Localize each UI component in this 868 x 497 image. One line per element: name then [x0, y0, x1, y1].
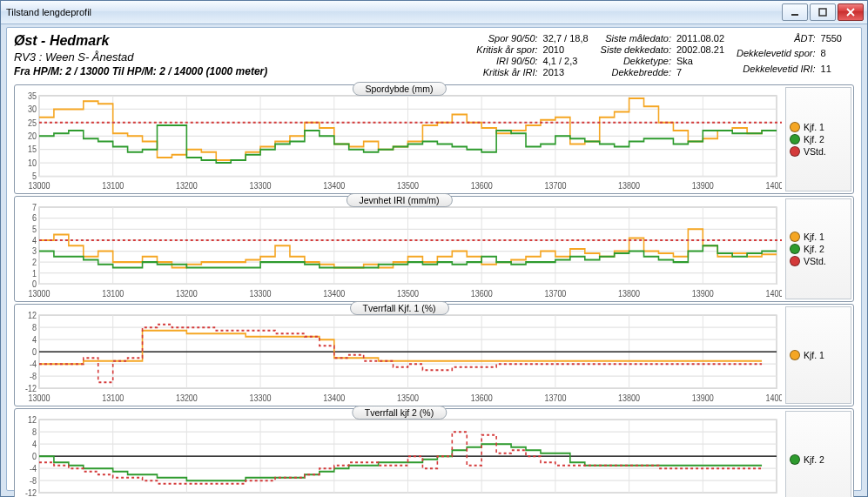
svg-text:13700: 13700	[544, 181, 566, 191]
header-label: Dekketype:	[601, 56, 671, 66]
chart-title: Tverrfall kjf 2 (%)	[352, 406, 447, 420]
header-label: Siste måledato:	[601, 33, 671, 44]
svg-text:0: 0	[32, 346, 37, 357]
maximize-button[interactable]	[810, 3, 836, 21]
chart-legend: Kjf. 2	[785, 411, 851, 497]
legend-swatch	[790, 122, 800, 132]
svg-text:13500: 13500	[397, 393, 419, 403]
svg-text:-4: -4	[30, 359, 37, 369]
content-pane: Øst - Hedmark RV3 : Ween S- Ånestad Fra …	[6, 27, 862, 491]
legend-swatch	[790, 244, 800, 254]
region-title: Øst - Hedmark	[14, 33, 275, 49]
svg-text:13200: 13200	[176, 289, 198, 299]
legend-item: Kjf. 2	[790, 244, 847, 254]
svg-text:13700: 13700	[544, 289, 566, 299]
svg-text:13400: 13400	[323, 181, 345, 191]
svg-text:-4: -4	[30, 463, 37, 473]
header-label: Siste dekkedato:	[601, 44, 671, 55]
svg-text:13200: 13200	[176, 181, 198, 191]
legend-item: Kjf. 2	[790, 454, 847, 465]
svg-text:35: 35	[28, 91, 37, 101]
legend-item: Kjf. 1	[790, 122, 847, 132]
legend-swatch	[790, 256, 800, 266]
legend-item: Kjf. 2	[790, 134, 847, 144]
svg-text:13900: 13900	[692, 181, 714, 191]
header-value: Ska	[676, 56, 724, 66]
header-label: Kritisk år IRI:	[476, 67, 537, 77]
titlebar[interactable]: Tilstand lengdeprofil	[1, 1, 867, 24]
chart-panel-spordybde: Spordybde (mm)13000131001320013300134001…	[14, 84, 854, 194]
header-value: 2002.08.21	[676, 44, 724, 55]
svg-text:13100: 13100	[102, 181, 124, 191]
svg-text:13500: 13500	[397, 181, 419, 191]
svg-text:14000: 14000	[766, 393, 782, 403]
svg-text:13400: 13400	[323, 393, 345, 403]
legend-item: VStd.	[790, 146, 847, 157]
svg-text:13000: 13000	[28, 289, 50, 299]
svg-text:8: 8	[32, 426, 37, 437]
legend-label: Kjf. 1	[804, 232, 824, 242]
svg-text:5: 5	[32, 171, 37, 181]
legend-swatch	[790, 134, 800, 144]
header-value: 2011.08.02	[676, 33, 724, 44]
chart-legend: Kjf. 1Kjf. 2VStd.	[785, 198, 851, 299]
legend-label: VStd.	[804, 146, 826, 157]
header-label: Kritisk år spor:	[476, 44, 537, 55]
legend-label: Kjf. 1	[804, 350, 824, 360]
svg-text:13100: 13100	[102, 393, 124, 403]
header-left: Øst - Hedmark RV3 : Ween S- Ånestad Fra …	[14, 33, 275, 77]
header-block: Siste måledato:2011.08.02Siste dekkedato…	[601, 33, 724, 77]
header-label: Dekkelevetid spor:	[737, 48, 816, 62]
legend-swatch	[790, 454, 800, 465]
legend-label: Kjf. 2	[804, 244, 824, 254]
header-value: 32,7 / 18,8	[543, 33, 589, 44]
legend-swatch	[790, 350, 800, 360]
legend-item: VStd.	[790, 256, 847, 266]
svg-text:12: 12	[28, 310, 37, 320]
svg-text:13800: 13800	[618, 181, 640, 191]
svg-text:13700: 13700	[544, 393, 566, 403]
svg-text:-8: -8	[30, 371, 37, 381]
chart-panel-jevnhet: Jevnhet IRI (mm/m)1300013100132001330013…	[14, 196, 854, 302]
svg-text:13800: 13800	[618, 289, 640, 299]
header-label: ÅDT:	[737, 33, 816, 47]
chart-title: Tverrfall Kjf. 1 (%)	[349, 301, 448, 315]
legend-swatch	[790, 146, 800, 157]
header-value: 2013	[543, 67, 589, 77]
svg-text:13300: 13300	[250, 289, 272, 299]
svg-text:-8: -8	[30, 475, 37, 486]
svg-text:20: 20	[28, 131, 37, 141]
svg-rect-1	[819, 9, 826, 16]
svg-text:13900: 13900	[692, 289, 714, 299]
svg-text:13500: 13500	[397, 289, 419, 299]
svg-text:13600: 13600	[471, 181, 493, 191]
svg-text:10: 10	[28, 158, 37, 168]
svg-text:12: 12	[28, 414, 37, 425]
svg-text:13200: 13200	[176, 393, 198, 403]
legend-label: Kjf. 1	[804, 122, 824, 132]
window-title: Tilstand lengdeprofil	[6, 7, 91, 17]
svg-text:8: 8	[32, 322, 37, 332]
chart-title: Jevnhet IRI (mm/m)	[346, 193, 452, 207]
header-label: Dekkebredde:	[601, 67, 671, 77]
chart-title: Spordybde (mm)	[352, 82, 446, 96]
legend-swatch	[790, 232, 800, 242]
chart-panel-tverrfall1: Tverrfall Kjf. 1 (%)13000131001320013300…	[14, 304, 854, 406]
header-value: 4,1 / 2,3	[543, 56, 589, 66]
legend-label: VStd.	[804, 256, 826, 266]
chart-legend: Kjf. 1Kjf. 2VStd.	[785, 87, 851, 191]
header-value: 2010	[543, 44, 589, 55]
header-label: IRI 90/50:	[476, 56, 537, 66]
header-value: 7	[676, 67, 724, 77]
header-label: Dekkelevetid IRI:	[737, 64, 816, 77]
legend-item: Kjf. 1	[790, 350, 847, 360]
svg-text:6: 6	[32, 213, 37, 224]
minimize-button[interactable]	[782, 3, 808, 21]
svg-text:7: 7	[32, 202, 37, 212]
road-title: RV3 : Ween S- Ånestad	[14, 50, 275, 64]
svg-text:13000: 13000	[28, 393, 50, 403]
close-button[interactable]	[838, 3, 864, 21]
window-buttons	[782, 3, 864, 21]
header: Øst - Hedmark RV3 : Ween S- Ånestad Fra …	[14, 33, 854, 77]
svg-text:1: 1	[32, 268, 37, 279]
